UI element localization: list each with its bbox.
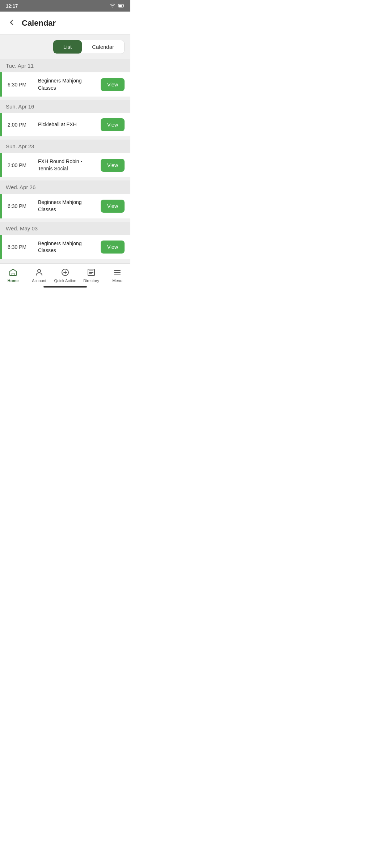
event-row: 6:30 PM Beginners Mahjong Classes View [0, 235, 130, 259]
section-gap [0, 137, 130, 140]
event-time: 6:30 PM [8, 82, 34, 88]
view-event-button[interactable]: View [101, 118, 125, 131]
nav-label-menu: Menu [112, 278, 122, 283]
nav-item-quick-action[interactable]: Quick Action [52, 268, 78, 283]
section-gap [0, 219, 130, 222]
nav-label-directory: Directory [83, 278, 99, 283]
nav-label-home: Home [8, 278, 19, 283]
event-time: 6:30 PM [8, 244, 34, 250]
event-title: Beginners Mahjong Classes [38, 77, 96, 92]
section-gap [0, 260, 130, 263]
event-time: 6:30 PM [8, 203, 34, 209]
bottom-nav: Home Account Quick Action [0, 263, 130, 289]
nav-item-home[interactable]: Home [0, 268, 26, 283]
date-header-may03: Wed. May 03 [0, 222, 130, 235]
view-toggle-container: List Calendar [0, 35, 130, 59]
view-event-button[interactable]: View [101, 78, 125, 91]
nav-item-menu[interactable]: Menu [104, 268, 130, 283]
status-time: 12:17 [6, 3, 18, 9]
page-title: Calendar [22, 18, 56, 28]
nav-label-account: Account [32, 278, 46, 283]
section-gap [0, 178, 130, 180]
svg-rect-3 [12, 273, 14, 276]
event-title: Beginners Mahjong Classes [38, 240, 96, 254]
nav-item-account[interactable]: Account [26, 268, 52, 283]
wifi-icon [109, 3, 116, 8]
date-header-apr26: Wed. Apr 26 [0, 180, 130, 194]
directory-icon [87, 268, 96, 277]
event-title: FXH Round Robin - Tennis Social [38, 158, 96, 172]
events-list: Tue. Apr 11 6:30 PM Beginners Mahjong Cl… [0, 59, 130, 273]
list-toggle-button[interactable]: List [53, 40, 82, 54]
date-header-apr16: Sun. Apr 16 [0, 100, 130, 113]
section-gap [0, 97, 130, 100]
back-button[interactable] [6, 17, 17, 29]
event-title: Pickleball at FXH [38, 121, 96, 128]
event-title: Beginners Mahjong Classes [38, 199, 96, 213]
event-row: 2:00 PM FXH Round Robin - Tennis Social … [0, 153, 130, 177]
status-bar: 12:17 [0, 0, 130, 12]
svg-rect-2 [123, 5, 124, 7]
view-toggle-group: List Calendar [53, 40, 125, 54]
view-event-button[interactable]: View [101, 159, 125, 172]
battery-icon [118, 3, 125, 8]
date-header-apr23: Sun. Apr 23 [0, 140, 130, 153]
event-time: 2:00 PM [8, 162, 34, 168]
svg-point-4 [38, 269, 41, 272]
header: Calendar [0, 12, 130, 35]
back-arrow-icon [7, 18, 16, 27]
svg-rect-1 [119, 5, 122, 7]
view-event-button[interactable]: View [101, 241, 125, 254]
view-event-button[interactable]: View [101, 200, 125, 213]
quick-action-icon [60, 268, 70, 277]
date-header-apr11: Tue. Apr 11 [0, 59, 130, 72]
event-time: 2:00 PM [8, 122, 34, 128]
home-indicator [43, 286, 87, 288]
event-row: 6:30 PM Beginners Mahjong Classes View [0, 194, 130, 218]
nav-label-quick-action: Quick Action [54, 278, 76, 283]
event-row: 2:00 PM Pickleball at FXH View [0, 113, 130, 136]
account-icon [34, 268, 44, 277]
status-icons [109, 3, 125, 8]
calendar-toggle-button[interactable]: Calendar [82, 40, 124, 54]
event-row: 6:30 PM Beginners Mahjong Classes View [0, 72, 130, 97]
home-icon [8, 268, 18, 277]
nav-item-directory[interactable]: Directory [78, 268, 104, 283]
menu-icon [113, 268, 122, 277]
